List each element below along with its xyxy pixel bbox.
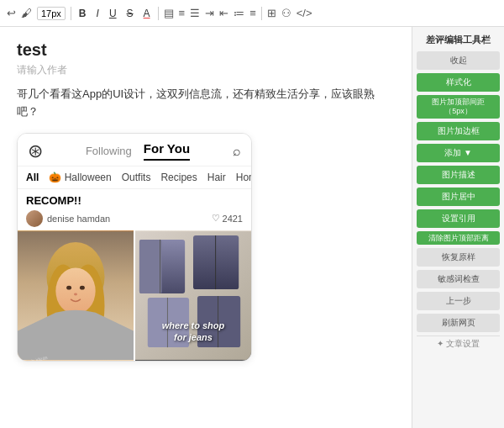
divider-2 bbox=[158, 7, 159, 20]
app-logo: ⊛ bbox=[28, 140, 43, 162]
svg-point-7 bbox=[74, 293, 77, 295]
code-icon[interactable]: </> bbox=[297, 7, 312, 19]
brush-icon[interactable]: 🖌 bbox=[21, 7, 32, 19]
img-border-button[interactable]: 图片加边框 bbox=[417, 122, 500, 140]
font-color-button[interactable]: A bbox=[141, 7, 153, 20]
indent-icon[interactable]: ⇥ bbox=[205, 7, 214, 19]
collapse-button[interactable]: 收起 bbox=[417, 51, 500, 70]
outdent-icon[interactable]: ⇤ bbox=[219, 7, 228, 19]
align-left-icon[interactable]: ≡ bbox=[179, 7, 186, 19]
search-icon[interactable]: ⌕ bbox=[233, 144, 241, 159]
images-grid: Fresh ideas bbox=[18, 230, 251, 361]
img-top-margin-button[interactable]: 图片加顶部间距（5px） bbox=[417, 95, 500, 119]
align-icon[interactable]: ▤ bbox=[164, 7, 174, 19]
nav-tabs: Following For You bbox=[86, 141, 190, 161]
divider-3 bbox=[261, 7, 262, 20]
svg-point-5 bbox=[66, 285, 71, 289]
clear-img-margin-button[interactable]: 清除图片顶部距离 bbox=[417, 231, 500, 246]
post-likes: ♡ 2421 bbox=[212, 213, 243, 224]
image-left: Fresh ideas bbox=[18, 230, 134, 361]
heart-icon: ♡ bbox=[212, 213, 220, 224]
img-desc-button[interactable]: 图片描述 bbox=[417, 166, 500, 184]
sensitive-check-button[interactable]: 敏感词检查 bbox=[417, 270, 500, 288]
article-settings-label[interactable]: ✦ 文章设置 bbox=[417, 336, 500, 351]
underline-button[interactable]: U bbox=[107, 7, 119, 20]
restore-button[interactable]: 恢复原样 bbox=[417, 248, 500, 267]
svg-point-6 bbox=[80, 285, 85, 289]
add-button[interactable]: 添加 ▼ bbox=[417, 144, 500, 162]
divider-1 bbox=[71, 7, 71, 20]
category-home[interactable]: Home bbox=[236, 172, 251, 183]
tool-panel-title: 差评编辑工具栏 bbox=[417, 32, 500, 48]
undo-step-button[interactable]: 上一步 bbox=[417, 292, 500, 310]
img-center-button[interactable]: 图片居中 bbox=[417, 188, 500, 206]
italic-button[interactable]: I bbox=[94, 7, 102, 20]
svg-point-4 bbox=[55, 267, 95, 314]
tab-following[interactable]: Following bbox=[86, 145, 132, 161]
tab-for-you[interactable]: For You bbox=[144, 141, 190, 161]
author-avatar bbox=[26, 210, 43, 227]
list-icon[interactable]: ≔ bbox=[234, 7, 244, 19]
main-area: test 请输入作者 哥几个看看这App的UI设计，这双列信息流，还有精致生活分… bbox=[0, 27, 504, 428]
tool-panel: 差评编辑工具栏 收起 样式化 图片加顶部间距（5px） 图片加边框 添加 ▼ 图… bbox=[412, 27, 504, 428]
category-recipes[interactable]: Recipes bbox=[160, 172, 197, 183]
doc-placeholder: 请输入作者 bbox=[17, 63, 395, 77]
ordered-list-icon[interactable]: ≡ bbox=[249, 7, 256, 19]
font-size-input[interactable]: 17px bbox=[37, 7, 66, 20]
style-button[interactable]: 样式化 bbox=[417, 73, 500, 92]
editor-area: test 请输入作者 哥几个看看这App的UI设计，这双列信息流，还有精致生活分… bbox=[0, 27, 412, 428]
doc-description: 哥几个看看这App的UI设计，这双列信息流，还有精致生活分享，应该眼熟吧？ bbox=[17, 86, 395, 121]
post-meta: denise hamdan ♡ 2421 bbox=[26, 210, 243, 227]
category-halloween[interactable]: 🎃 Halloween bbox=[49, 172, 111, 183]
categories-bar: All 🎃 Halloween Outfits Recipes Hair Hom… bbox=[18, 166, 251, 189]
likes-count: 2421 bbox=[223, 214, 243, 224]
author-name: denise hamdan bbox=[47, 214, 110, 224]
post-title: RECOMP!! bbox=[26, 194, 243, 207]
svg-rect-10 bbox=[139, 240, 162, 293]
doc-title: test bbox=[17, 40, 395, 60]
strikethrough-button[interactable]: S bbox=[124, 7, 136, 20]
top-toolbar: ↩ 🖌 17px B I U S A ▤ ≡ ☰ ⇥ ⇤ ≔ ≡ ⊞ ⚇ </> bbox=[0, 0, 504, 27]
phone-mockup: ⊛ Following For You ⌕ All 🎃 Halloween Ou… bbox=[17, 133, 252, 362]
post-header: RECOMP!! denise hamdan ♡ 2421 bbox=[18, 189, 251, 230]
category-all[interactable]: All bbox=[26, 172, 39, 183]
svg-rect-12 bbox=[193, 235, 239, 289]
bold-button[interactable]: B bbox=[76, 7, 89, 20]
set-quote-button[interactable]: 设置引用 bbox=[417, 209, 500, 228]
image-icon[interactable]: ⊞ bbox=[267, 7, 276, 19]
image-right: where to shopfor jeans bbox=[135, 230, 251, 361]
category-hair[interactable]: Hair bbox=[207, 172, 226, 183]
image-right-text: where to shopfor jeans bbox=[135, 320, 251, 344]
post-author: denise hamdan bbox=[26, 210, 110, 227]
undo-icon[interactable]: ↩ bbox=[7, 7, 16, 19]
phone-nav: ⊛ Following For You ⌕ bbox=[18, 134, 251, 166]
link-icon[interactable]: ⚇ bbox=[281, 7, 291, 19]
category-outfits[interactable]: Outfits bbox=[122, 172, 151, 183]
align-center-icon[interactable]: ☰ bbox=[190, 7, 200, 19]
refresh-button[interactable]: 刷新网页 bbox=[417, 314, 500, 332]
